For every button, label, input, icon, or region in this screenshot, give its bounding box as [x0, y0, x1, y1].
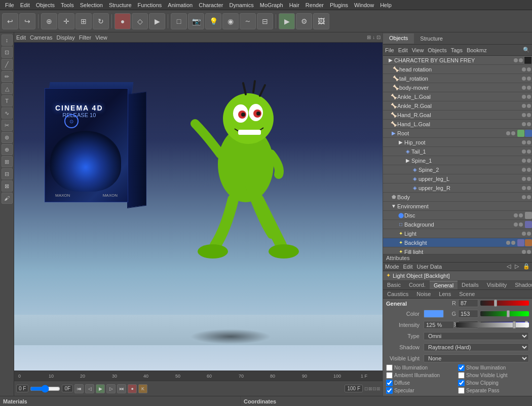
tab-structure[interactable]: Structure	[414, 34, 449, 43]
light-button[interactable]: 💡	[205, 13, 221, 29]
intensity-handle[interactable]	[513, 321, 516, 328]
dot[interactable]	[522, 86, 526, 90]
dot[interactable]	[522, 186, 526, 190]
g-input[interactable]	[458, 310, 478, 318]
time-scrubber[interactable]	[30, 386, 60, 391]
list-item[interactable]: 🦴 Hand_R.Goal	[383, 110, 532, 120]
move-button[interactable]: ✛	[58, 13, 74, 29]
menu-tools[interactable]: Tools	[58, 2, 77, 8]
tool-bezier[interactable]: ∿	[2, 107, 13, 119]
g-slider-handle[interactable]	[507, 310, 510, 317]
menu-help[interactable]: Help	[377, 2, 395, 8]
prev-frame-button[interactable]: ◁	[85, 384, 94, 393]
tool-twist[interactable]: ⊕	[2, 144, 13, 155]
camera-button[interactable]: 📷	[188, 13, 204, 29]
list-item[interactable]: ◈ Tail_1	[383, 147, 532, 156]
obj-file[interactable]: File	[385, 47, 394, 53]
tool-axis[interactable]: ⊠	[2, 180, 13, 192]
attr-edit[interactable]: Edit	[403, 264, 413, 270]
list-item[interactable]: ▶ Spine_1	[383, 156, 532, 165]
dot[interactable]	[522, 159, 526, 163]
list-item[interactable]: 🦴 Ankle_L.Goal	[383, 92, 532, 101]
tool-paint[interactable]: 🖌	[2, 193, 13, 204]
tool-text[interactable]: T	[2, 95, 13, 106]
tool-grid[interactable]: ⊟	[2, 168, 13, 179]
menu-dynamics[interactable]: Dynamics	[226, 2, 257, 8]
dot[interactable]	[506, 131, 510, 135]
dot[interactable]	[511, 131, 515, 135]
dot[interactable]	[522, 150, 526, 154]
dot[interactable]	[527, 95, 531, 99]
intensity-input[interactable]	[424, 321, 454, 329]
dot[interactable]	[527, 159, 531, 163]
obj-background[interactable]: □ Background	[383, 220, 532, 229]
tool-line[interactable]: ╱	[2, 59, 13, 70]
obj-bookmz[interactable]: Bookmz	[467, 47, 487, 53]
menu-objects[interactable]: Objects	[33, 2, 58, 8]
scale-button[interactable]: ⊞	[75, 13, 92, 29]
menu-animation[interactable]: Animation	[165, 2, 196, 8]
diffuse-cb[interactable]	[386, 380, 393, 386]
dot[interactable]	[522, 104, 526, 108]
dot[interactable]	[527, 140, 531, 144]
dot[interactable]	[527, 86, 531, 90]
menu-window[interactable]: Window	[351, 2, 377, 8]
show-clipping-cb[interactable]	[458, 380, 465, 386]
tab-scene[interactable]: Scene	[455, 290, 479, 298]
dot[interactable]	[522, 67, 526, 71]
dot[interactable]	[522, 95, 526, 99]
dot[interactable]	[527, 113, 531, 117]
viewport-cameras[interactable]: Cameras	[30, 34, 53, 41]
dot[interactable]	[527, 177, 531, 181]
r-slider-handle[interactable]	[494, 300, 497, 307]
attr-nav-prev[interactable]: ◁	[507, 263, 511, 270]
tool-knife[interactable]: ✂	[2, 120, 13, 131]
redo-button[interactable]: ↪	[19, 13, 35, 29]
tab-visibility[interactable]: Visibility	[483, 281, 511, 289]
go-end-button[interactable]: ⏭	[117, 384, 126, 393]
dot[interactable]	[506, 241, 510, 245]
list-item[interactable]: 🦴 tail_rotation	[383, 74, 532, 83]
visible-light-select[interactable]: None	[424, 354, 529, 362]
dot[interactable]	[527, 122, 531, 126]
tab-objects[interactable]: Objects	[383, 33, 414, 44]
obj-light[interactable]: ✦ Light	[383, 229, 532, 238]
dot[interactable]	[522, 140, 526, 144]
spline-button[interactable]: ～	[240, 13, 256, 29]
dot[interactable]	[527, 67, 531, 71]
dot[interactable]	[514, 223, 518, 227]
material-button[interactable]: ◉	[222, 13, 239, 29]
r-slider[interactable]	[480, 301, 529, 306]
auto-key-button[interactable]: K	[138, 384, 147, 393]
list-item[interactable]: ▶ Hip_root	[383, 138, 532, 147]
tool-mirror[interactable]: ⊞	[2, 156, 13, 167]
next-frame-button[interactable]: ▷	[106, 384, 116, 393]
dot[interactable]	[522, 177, 526, 181]
list-item[interactable]: 🦴 Hand_L.Goal	[383, 120, 532, 129]
r-input[interactable]	[458, 299, 478, 307]
deformer-button[interactable]: ⊟	[257, 13, 273, 29]
live-selection-button[interactable]: ⊕	[41, 13, 57, 29]
tab-shadow[interactable]: Shadow	[511, 281, 532, 289]
dot[interactable]	[527, 168, 531, 172]
tab-noise[interactable]: Noise	[412, 290, 435, 298]
tool-magnet[interactable]: ⊛	[2, 132, 13, 143]
rotate-button[interactable]: ↻	[93, 13, 109, 29]
attr-mode[interactable]: Mode	[385, 264, 399, 270]
dot[interactable]	[527, 195, 531, 199]
obj-backlight[interactable]: ✦ Backlight	[383, 238, 532, 247]
menu-character[interactable]: Character	[196, 2, 226, 8]
tool-shape[interactable]: △	[2, 83, 13, 94]
dot[interactable]	[511, 241, 515, 245]
obj-body[interactable]: ⬟ Body	[383, 193, 532, 202]
menu-mograph[interactable]: MoGraph	[257, 2, 286, 8]
tool-pen[interactable]: ✏	[2, 71, 13, 82]
tool-select[interactable]: ⊡	[2, 47, 13, 58]
intensity-slider[interactable]	[456, 322, 529, 327]
list-item[interactable]: 🦴 Ankle_R.Goal	[383, 101, 532, 110]
attr-nav-next[interactable]: ▷	[515, 263, 519, 270]
list-item[interactable]: 🦴 body-mover	[383, 83, 532, 92]
tab-details[interactable]: Details	[458, 281, 483, 289]
ambient-illumination-cb[interactable]	[386, 372, 393, 379]
dot[interactable]	[527, 250, 531, 254]
